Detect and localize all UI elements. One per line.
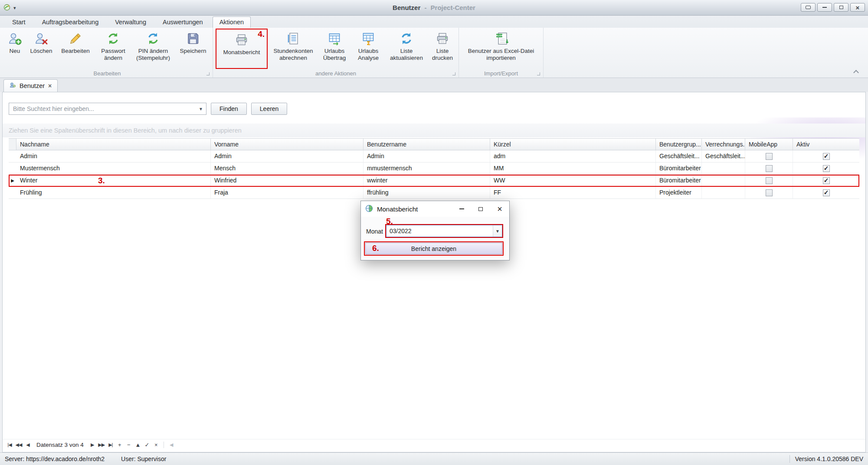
quick-access-dropdown-icon[interactable]: ▾ bbox=[13, 5, 16, 11]
minimize-button[interactable] bbox=[817, 3, 832, 12]
nav-prev-page-button[interactable]: ◀◀ bbox=[15, 441, 22, 449]
cell-vorname[interactable]: Admin bbox=[211, 150, 364, 162]
cell-benutzergruppe[interactable]: Projektleiter bbox=[656, 187, 702, 198]
cell-benutzername[interactable]: ffrühling bbox=[364, 187, 490, 198]
bearbeiten-button[interactable]: Bearbeiten bbox=[56, 28, 95, 69]
nav-first-button[interactable]: |◀ bbox=[6, 441, 13, 449]
column-header-kuerzel[interactable]: Kürzel bbox=[490, 139, 656, 150]
dialog-maximize-button[interactable] bbox=[471, 201, 490, 217]
liste-drucken-button[interactable]: Liste drucken bbox=[428, 28, 457, 69]
cell-benutzergruppe[interactable]: Büromitarbeiter bbox=[656, 163, 702, 174]
dialog-close-button[interactable]: × bbox=[490, 201, 509, 217]
ribbon-style-button[interactable] bbox=[801, 3, 816, 12]
nav-next-button[interactable]: ▶ bbox=[89, 441, 96, 449]
loeschen-button[interactable]: Löschen bbox=[27, 28, 56, 69]
mobileapp-checkbox[interactable] bbox=[766, 165, 773, 172]
cell-verrechnung[interactable] bbox=[702, 163, 745, 174]
column-header-aktiv[interactable]: Aktiv bbox=[793, 139, 859, 150]
neu-button[interactable]: Neu bbox=[3, 28, 26, 69]
ribbon-tab-aktionen[interactable]: Aktionen bbox=[213, 16, 251, 28]
benutzer-excel-import-button[interactable]: XLSX Benutzer aus Excel-Datei importiere… bbox=[461, 28, 541, 69]
cell-nachname[interactable]: Frühling bbox=[16, 187, 211, 198]
aktiv-checkbox[interactable] bbox=[823, 153, 830, 160]
passwort-aendern-button[interactable]: Passwort ändern bbox=[95, 28, 131, 69]
month-input[interactable] bbox=[386, 225, 502, 237]
table-row-mustermensch[interactable]: Mustermensch Mensch mmustermensch MM Bür… bbox=[9, 163, 859, 175]
month-combobox[interactable]: ▼ bbox=[386, 225, 502, 237]
cell-benutzername[interactable]: Admin bbox=[364, 150, 490, 162]
restore-button[interactable] bbox=[834, 3, 848, 12]
column-header-mobileapp[interactable]: MobileApp bbox=[745, 139, 793, 150]
ribbon-tab-auftragsbearbeitung[interactable]: Auftragsbearbeitung bbox=[35, 16, 106, 28]
urlaubs-uebertrag-button[interactable]: Urlaubs Übertrag bbox=[318, 28, 351, 69]
speichern-button[interactable]: Speichern bbox=[175, 28, 211, 69]
nav-append-button[interactable]: + bbox=[116, 441, 123, 449]
urlaubs-analyse-button[interactable]: Σ Urlaubs Analyse bbox=[352, 28, 385, 69]
ribbon-tab-start[interactable]: Start bbox=[5, 16, 33, 28]
row-indicator bbox=[9, 150, 16, 162]
tab-benutzer[interactable]: Benutzer × bbox=[3, 79, 58, 92]
column-header-verrechnung[interactable]: Verrechnungs... bbox=[702, 139, 745, 150]
find-button[interactable]: Finden bbox=[211, 103, 247, 115]
search-input[interactable] bbox=[9, 103, 206, 115]
nav-delete-button[interactable]: − bbox=[125, 441, 132, 449]
column-header-vorname[interactable]: Vorname bbox=[211, 139, 364, 150]
cell-benutzergruppe[interactable]: Geschäftsleit... bbox=[656, 150, 702, 162]
ribbon-button-label: Benutzer aus Excel-Datei importieren bbox=[462, 48, 540, 62]
table-row-fruehling[interactable]: Frühling Fraja ffrühling FF Projektleite… bbox=[9, 187, 859, 199]
mobileapp-checkbox[interactable] bbox=[766, 189, 773, 196]
cell-benutzername[interactable]: mmustermensch bbox=[364, 163, 490, 174]
search-combobox[interactable]: ▼ bbox=[9, 103, 206, 115]
dialog-minimize-button[interactable] bbox=[452, 201, 471, 217]
cell-kuerzel[interactable]: FF bbox=[490, 187, 656, 198]
column-header-nachname[interactable]: Nachname bbox=[16, 139, 211, 150]
nav-back-button[interactable]: ◀ bbox=[168, 441, 175, 449]
ribbon-tab-auswertungen[interactable]: Auswertungen bbox=[156, 16, 210, 28]
tab-close-icon[interactable]: × bbox=[48, 83, 52, 89]
clear-button[interactable]: Leeren bbox=[251, 103, 288, 115]
close-button[interactable]: × bbox=[850, 3, 865, 12]
nav-prev-button[interactable]: ◀ bbox=[24, 441, 31, 449]
cell-verrechnung[interactable] bbox=[702, 187, 745, 198]
cell-aktiv bbox=[793, 187, 859, 198]
cell-vorname[interactable]: Winfried bbox=[211, 175, 364, 186]
dialog-titlebar[interactable]: Monatsbericht × bbox=[361, 201, 509, 217]
cell-benutzergruppe[interactable]: Büromitarbeiter bbox=[656, 175, 702, 186]
cell-verrechnung[interactable] bbox=[702, 175, 745, 186]
app-logo-icon[interactable] bbox=[3, 4, 10, 12]
cell-verrechnung[interactable]: Geschäftsleit... bbox=[702, 150, 745, 162]
nav-cancel-button[interactable]: × bbox=[153, 441, 160, 449]
cell-vorname[interactable]: Fraja bbox=[211, 187, 364, 198]
cell-nachname[interactable]: Winter bbox=[16, 175, 211, 186]
show-report-button[interactable]: Bericht anzeigen bbox=[365, 243, 502, 254]
cell-nachname[interactable]: Admin bbox=[16, 150, 211, 162]
mobileapp-checkbox[interactable] bbox=[766, 153, 773, 160]
cell-nachname[interactable]: Mustermensch bbox=[16, 163, 211, 174]
liste-aktualisieren-button[interactable]: Liste aktualisieren bbox=[386, 28, 427, 69]
content-area: ▼ Finden Leeren Ziehen Sie eine Spaltenü… bbox=[2, 92, 866, 452]
aktiv-checkbox[interactable] bbox=[823, 189, 830, 196]
aktiv-checkbox[interactable] bbox=[823, 177, 830, 184]
column-header-benutzergruppe[interactable]: Benutzergrup... bbox=[656, 139, 702, 150]
cell-vorname[interactable]: Mensch bbox=[211, 163, 364, 174]
ribbon-tab-verwaltung[interactable]: Verwaltung bbox=[108, 16, 153, 28]
nav-next-page-button[interactable]: ▶▶ bbox=[98, 441, 105, 449]
column-header-benutzername[interactable]: Benutzername bbox=[364, 139, 490, 150]
nav-post-button[interactable]: ✓ bbox=[144, 441, 151, 449]
table-row-admin[interactable]: Admin Admin Admin adm Geschäftsleit... G… bbox=[9, 150, 859, 163]
nav-last-button[interactable]: ▶| bbox=[107, 441, 114, 449]
cell-kuerzel[interactable]: adm bbox=[490, 150, 656, 162]
cell-benutzername[interactable]: wwinter bbox=[364, 175, 490, 186]
search-dropdown-icon[interactable]: ▼ bbox=[196, 104, 206, 114]
collapse-ribbon-icon[interactable] bbox=[853, 68, 858, 74]
aktiv-checkbox[interactable] bbox=[823, 165, 830, 172]
cell-aktiv bbox=[793, 163, 859, 174]
month-dropdown-icon[interactable]: ▼ bbox=[493, 225, 502, 237]
table-row-winter-selected[interactable]: ▶ Winter 3. Winfried wwinter WW Büromita… bbox=[9, 175, 859, 187]
cell-kuerzel[interactable]: WW bbox=[490, 175, 656, 186]
nav-edit-button[interactable]: ▲ bbox=[134, 441, 141, 449]
mobileapp-checkbox[interactable] bbox=[766, 177, 773, 184]
stundenkonten-abrechnen-button[interactable]: Stundenkonten abrechnen bbox=[269, 28, 317, 69]
cell-kuerzel[interactable]: MM bbox=[490, 163, 656, 174]
pin-aendern-button[interactable]: PIN ändern (Stempeluhr) bbox=[132, 28, 174, 69]
